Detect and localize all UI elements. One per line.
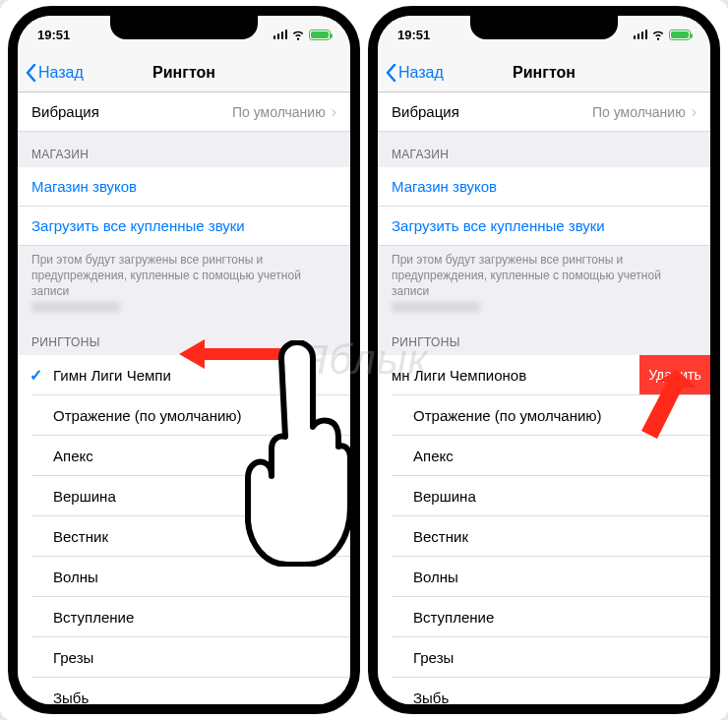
wifi-icon [651, 28, 665, 41]
chevron-right-icon: › [332, 103, 336, 121]
back-button[interactable]: Назад [386, 64, 444, 82]
back-button[interactable]: Назад [26, 64, 84, 82]
battery-icon [309, 30, 331, 40]
ringtone-row[interactable]: Зыбь [18, 678, 350, 704]
vibration-cell[interactable]: Вибрация По умолчанию › [18, 92, 350, 132]
store-section-header: МАГАЗИН [378, 132, 710, 167]
ringtone-row[interactable]: Вестник [378, 516, 710, 557]
chevron-right-icon: › [692, 103, 697, 121]
swipe-arrow-icon [179, 339, 287, 369]
ringtone-label: Апекс [413, 448, 454, 464]
vibration-cell[interactable]: Вибрация По умолчанию › [378, 92, 710, 132]
ringtone-row[interactable]: Грезы [378, 637, 710, 678]
download-all-link[interactable]: Загрузить все купленные звуки [18, 207, 350, 246]
ringtone-label: Волны [53, 569, 98, 585]
ringtone-row[interactable]: Волны [18, 557, 350, 597]
ringtone-row[interactable]: Вершина [378, 476, 710, 516]
battery-icon [669, 30, 691, 40]
status-time: 19:51 [37, 28, 70, 42]
ringtones-section-header: РИНГТОНЫ [378, 320, 710, 355]
ringtone-label: Вступление [53, 609, 134, 626]
notch [110, 16, 258, 39]
ringtone-row[interactable]: Вестник [18, 516, 350, 557]
sound-store-link[interactable]: Магазин звуков [378, 167, 710, 207]
ringtone-label: Апекс [53, 448, 93, 464]
chevron-left-icon [386, 64, 396, 82]
ringtone-row[interactable]: Вершина [18, 476, 350, 516]
notch [470, 16, 618, 39]
ringtone-row[interactable]: Волны [378, 557, 710, 597]
ringtone-label: Грезы [53, 649, 93, 666]
navigation-bar: Назад Рингтон [18, 53, 350, 92]
store-footer: При этом будут загружены все рингтоны и … [18, 246, 350, 320]
status-indicators [634, 28, 692, 41]
download-all-link[interactable]: Загрузить все купленные звуки [378, 207, 710, 246]
checkmark-icon: ✓ [30, 366, 42, 385]
ringtone-label: Вестник [413, 528, 468, 545]
vibration-label: Вибрация [31, 103, 232, 120]
svg-marker-0 [179, 339, 287, 369]
sound-store-label: Магазин звуков [31, 178, 137, 195]
ringtone-row[interactable]: Вступление [378, 597, 710, 637]
cellular-signal-icon [634, 30, 648, 39]
ringtone-row[interactable]: Грезы [18, 637, 350, 678]
chevron-left-icon [26, 64, 36, 82]
sound-store-link[interactable]: Магазин звуков [18, 167, 350, 207]
ringtone-label: Отражение (по умолчанию) [413, 407, 602, 424]
back-label: Назад [38, 64, 84, 82]
vibration-value: По умолчанию [232, 104, 326, 120]
ringtone-label: Гимн Лиги Чемпи [53, 367, 171, 384]
ringtone-row[interactable]: Отражение (по умолчанию) [18, 395, 350, 436]
ringtone-row[interactable]: Апекс [18, 436, 350, 476]
ringtone-label: Зыбь [53, 690, 89, 704]
redacted-account [392, 302, 480, 312]
svg-marker-1 [641, 370, 697, 439]
store-footer: При этом будут загружены все рингтоны и … [378, 246, 710, 320]
vibration-value: По умолчанию [592, 104, 686, 120]
phone-mockup-right: 19:51 Назад Рингтон Вибрация По умолчани… [368, 6, 720, 714]
ringtone-label: мн Лиги Чемпионов [392, 367, 526, 384]
ringtone-label: Вестник [53, 528, 108, 545]
wifi-icon [291, 28, 305, 41]
download-all-label: Загрузить все купленные звуки [31, 217, 245, 234]
cellular-signal-icon [273, 30, 288, 39]
ringtone-row[interactable]: Вступление [18, 597, 350, 637]
screen: 19:51 Назад Рингтон Вибрация По умолчани… [378, 16, 710, 704]
ringtone-label: Волны [413, 569, 458, 585]
ringtone-label: Отражение (по умолчанию) [53, 407, 242, 424]
download-all-label: Загрузить все купленные звуки [392, 217, 605, 234]
status-time: 19:51 [397, 28, 430, 42]
ringtone-row[interactable]: Зыбь [378, 678, 710, 704]
status-indicators [273, 28, 332, 41]
store-section-header: МАГАЗИН [18, 132, 350, 167]
ringtone-label: Вершина [53, 488, 116, 505]
vibration-label: Вибрация [392, 103, 592, 120]
sound-store-label: Магазин звуков [392, 178, 497, 195]
ringtone-label: Вступление [413, 609, 494, 626]
back-label: Назад [398, 64, 444, 82]
ringtone-label: Вершина [413, 488, 476, 505]
redacted-account [31, 302, 120, 312]
ringtone-label: Зыбь [413, 690, 449, 704]
ringtone-label: Грезы [413, 649, 454, 666]
navigation-bar: Назад Рингтон [378, 53, 710, 92]
callout-arrow-icon [618, 370, 697, 449]
